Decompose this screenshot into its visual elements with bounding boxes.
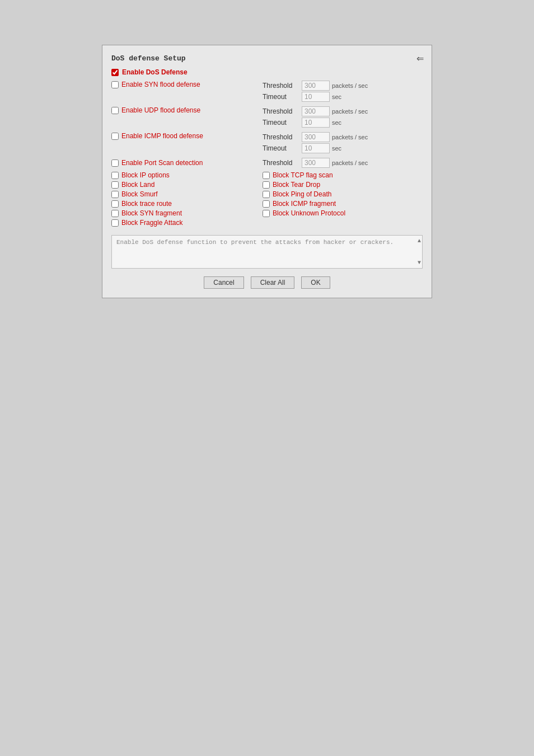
dialog-title: DoS defense Setup	[111, 54, 423, 63]
syn-timeout-label: Timeout	[263, 93, 302, 101]
block-ping-of-death-label: Block Ping of Death	[273, 190, 331, 198]
block-tear-drop-row: Block Tear Drop	[263, 181, 423, 189]
udp-timeout-input[interactable]	[302, 118, 330, 128]
back-icon[interactable]: ⇐	[416, 53, 424, 64]
icmp-threshold-unit: packets / sec	[332, 134, 368, 140]
enable-dos-row: Enable DoS Defense	[111, 68, 423, 76]
icmp-threshold-row: Threshold packets / sec	[263, 132, 423, 142]
block-ping-of-death-row: Block Ping of Death	[263, 190, 423, 198]
block-ip-options-row: Block IP options	[111, 171, 263, 179]
enable-dos-checkbox[interactable]	[111, 69, 119, 76]
port-scan-threshold-label: Threshold	[263, 159, 302, 167]
block-fraggle-attack-label: Block Fraggle Attack	[121, 219, 182, 227]
udp-flood-right: Threshold packets / sec Timeout sec	[263, 106, 423, 129]
block-ping-of-death-checkbox[interactable]	[263, 191, 270, 198]
syn-flood-right: Threshold packets / sec Timeout sec	[263, 81, 423, 103]
block-icmp-fragment-checkbox[interactable]	[263, 200, 270, 208]
description-box: Enable DoS defense function to prevent t…	[111, 235, 423, 269]
cancel-button[interactable]: Cancel	[204, 276, 243, 289]
block-smurf-row: Block Smurf	[111, 190, 263, 198]
block-smurf-label: Block Smurf	[121, 190, 158, 198]
udp-flood-label: Enable UDP flood defense	[121, 106, 233, 114]
icmp-flood-header: Enable ICMP flood defense	[111, 132, 263, 140]
block-ip-options-checkbox[interactable]	[111, 172, 119, 179]
block-icmp-fragment-label: Block ICMP fragment	[273, 200, 336, 208]
udp-threshold-unit: packets / sec	[332, 108, 368, 115]
syn-flood-left: Enable SYN flood defense	[111, 81, 263, 89]
syn-threshold-unit: packets / sec	[332, 82, 368, 89]
block-fraggle-attack-checkbox[interactable]	[111, 219, 119, 227]
icmp-flood-checkbox[interactable]	[111, 133, 119, 140]
udp-flood-header: Enable UDP flood defense	[111, 106, 263, 114]
syn-timeout-input[interactable]	[302, 92, 330, 102]
description-text: Enable DoS defense function to prevent t…	[116, 239, 394, 246]
udp-flood-checkbox[interactable]	[111, 107, 119, 114]
button-row: Cancel Clear All OK	[111, 276, 423, 289]
block-unknown-protocol-checkbox[interactable]	[263, 210, 270, 217]
udp-flood-section: Enable UDP flood defense Threshold packe…	[111, 106, 423, 129]
block-trace-route-label: Block trace route	[121, 200, 172, 208]
block-smurf-checkbox[interactable]	[111, 191, 119, 198]
udp-timeout-unit: sec	[332, 119, 341, 126]
port-scan-label: Enable Port Scan detection	[121, 159, 203, 167]
scroll-down-icon[interactable]: ▼	[418, 260, 421, 266]
icmp-flood-label: Enable ICMP flood defense	[121, 132, 233, 140]
icmp-timeout-input[interactable]	[302, 143, 330, 153]
icmp-flood-left: Enable ICMP flood defense	[111, 132, 263, 140]
block-tcp-flag-scan-label: Block TCP flag scan	[273, 171, 333, 179]
options-section: Block IP options Block Land Block Smurf …	[111, 171, 423, 228]
port-scan-right: Threshold packets / sec	[263, 158, 368, 168]
port-scan-threshold-unit: packets / sec	[332, 159, 368, 166]
block-tcp-flag-scan-row: Block TCP flag scan	[263, 171, 423, 179]
udp-timeout-row: Timeout sec	[263, 118, 423, 128]
syn-flood-header: Enable SYN flood defense	[111, 81, 263, 88]
block-trace-route-row: Block trace route	[111, 200, 263, 208]
icmp-threshold-input[interactable]	[302, 132, 330, 142]
syn-threshold-label: Threshold	[263, 82, 302, 90]
options-right: Block TCP flag scan Block Tear Drop Bloc…	[263, 171, 423, 228]
syn-timeout-row: Timeout sec	[263, 92, 423, 102]
port-scan-left: Enable Port Scan detection	[111, 159, 263, 167]
block-tear-drop-checkbox[interactable]	[263, 181, 270, 189]
icmp-flood-section: Enable ICMP flood defense Threshold pack…	[111, 132, 423, 154]
block-unknown-protocol-row: Block Unknown Protocol	[263, 209, 423, 217]
dos-defense-dialog: DoS defense Setup ⇐ Enable DoS Defense E…	[102, 45, 432, 298]
udp-threshold-input[interactable]	[302, 106, 330, 116]
block-syn-fragment-label: Block SYN fragment	[121, 209, 182, 217]
icmp-threshold-label: Threshold	[263, 133, 302, 141]
block-ip-options-label: Block IP options	[121, 171, 170, 179]
udp-timeout-label: Timeout	[263, 119, 302, 126]
icmp-flood-right: Threshold packets / sec Timeout sec	[263, 132, 423, 154]
port-scan-row: Enable Port Scan detection Threshold pac…	[111, 158, 423, 168]
udp-threshold-row: Threshold packets / sec	[263, 106, 423, 116]
clear-all-button[interactable]: Clear All	[251, 276, 295, 289]
scroll-up-icon[interactable]: ▲	[418, 238, 421, 244]
syn-threshold-row: Threshold packets / sec	[263, 81, 423, 91]
syn-flood-label: Enable SYN flood defense	[121, 81, 233, 88]
syn-flood-checkbox[interactable]	[111, 81, 119, 88]
block-tcp-flag-scan-checkbox[interactable]	[263, 172, 270, 179]
block-land-label: Block Land	[121, 181, 154, 189]
syn-timeout-unit: sec	[332, 93, 341, 100]
block-syn-fragment-row: Block SYN fragment	[111, 209, 263, 217]
block-land-row: Block Land	[111, 181, 263, 189]
udp-threshold-label: Threshold	[263, 107, 302, 115]
block-land-checkbox[interactable]	[111, 181, 119, 189]
block-syn-fragment-checkbox[interactable]	[111, 210, 119, 217]
port-scan-threshold-input[interactable]	[302, 158, 330, 168]
ok-button[interactable]: OK	[301, 276, 330, 289]
block-trace-route-checkbox[interactable]	[111, 200, 119, 208]
icmp-timeout-unit: sec	[332, 145, 341, 152]
enable-dos-label: Enable DoS Defense	[122, 68, 188, 76]
block-icmp-fragment-row: Block ICMP fragment	[263, 200, 423, 208]
block-fraggle-attack-row: Block Fraggle Attack	[111, 219, 263, 227]
icmp-timeout-row: Timeout sec	[263, 143, 423, 153]
udp-flood-left: Enable UDP flood defense	[111, 106, 263, 115]
block-tear-drop-label: Block Tear Drop	[273, 181, 320, 189]
options-left: Block IP options Block Land Block Smurf …	[111, 171, 263, 228]
port-scan-checkbox[interactable]	[111, 159, 119, 167]
syn-threshold-input[interactable]	[302, 81, 330, 91]
icmp-timeout-label: Timeout	[263, 144, 302, 152]
block-unknown-protocol-label: Block Unknown Protocol	[273, 209, 345, 217]
syn-flood-section: Enable SYN flood defense Threshold packe…	[111, 81, 423, 103]
